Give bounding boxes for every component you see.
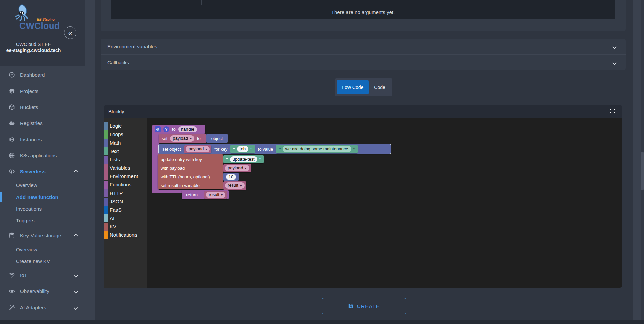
create-button[interactable]: CREATE [322,298,406,314]
category-color-chip [104,164,108,172]
category-color-chip [104,206,108,214]
open-quote-icon: “ [233,147,235,152]
category-color-chip [104,147,108,155]
block-label: return [186,192,198,197]
category-notifications[interactable]: Notifications [104,231,147,239]
category-math[interactable]: Math [104,139,147,147]
blockly-body: Logic Loops Math Text Lists Variables En… [104,118,622,288]
block-label: with payload [161,164,223,172]
sidebar-subitem-kv-overview[interactable]: Overview [0,244,85,255]
editor-mode-toggle: Low Code Code [335,78,392,96]
category-color-chip [104,172,108,180]
sidebar-item-dashboard[interactable]: Dashboard [0,67,85,83]
sidebar-item-instances[interactable]: Instances [0,131,85,147]
sidebar-subitem-invocations[interactable]: Invocations [0,203,85,215]
vertical-scrollbar [641,0,644,324]
sidebar-item-observability[interactable]: Observability [0,283,85,299]
horizontal-scrollbar[interactable] [0,320,644,324]
help-icon[interactable]: ? [163,126,169,132]
block-variable-payload[interactable]: payload [223,164,251,172]
sidebar-item-label: K8s applications [20,153,57,158]
sidebar-item-registries[interactable]: Registries [0,115,85,131]
sidebar-subitem-serverless-overview[interactable]: Overview [0,179,85,191]
block-text-string-key[interactable]: “ job ” [230,145,255,153]
category-environment[interactable]: Environment [104,172,147,180]
variable-dropdown[interactable]: result [225,182,245,189]
low-code-tab[interactable]: Low Code [337,80,369,94]
block-label: object [211,136,223,141]
sidebar-item-projects[interactable]: Projects [0,83,85,99]
wifi-icon [8,271,15,279]
variable-dropdown[interactable]: payload [225,165,249,171]
block-function-return[interactable]: return result [182,190,229,199]
variable-dropdown[interactable]: payload [170,135,194,142]
block-label: update entry with key [161,155,223,164]
variable-dropdown[interactable]: payload [186,146,210,152]
block-set-variable[interactable]: set payload to [159,134,206,143]
sidebar-item-label: IoT [20,272,28,278]
sidebar-subitem-add-new-function[interactable]: Add new function [0,191,85,203]
category-color-chip [104,231,108,239]
fullscreen-button[interactable] [609,108,616,115]
block-set-object-key[interactable]: set object payload for key “ job ” to va… [159,144,391,154]
function-name-field[interactable]: handle [178,126,197,132]
helm-wheel-icon [8,152,15,159]
variable-dropdown[interactable]: result [206,192,225,198]
sidebar-item-serverless[interactable]: Serverless [0,163,85,179]
sidebar-subitem-create-new-kv[interactable]: Create new KV [0,255,85,267]
sidebar-item-label: AI Adapters [20,305,46,310]
category-kv[interactable]: KV [104,222,147,231]
block-label: set result in variable [161,181,223,190]
category-text[interactable]: Text [104,147,147,155]
block-variable-result[interactable]: result [204,191,227,199]
arguments-card: There are no arguments yet. [101,0,626,31]
sidebar-item-ai-adapters[interactable]: AI Adapters [0,299,85,315]
number-field[interactable]: 10 [226,174,236,180]
category-logic[interactable]: Logic [104,122,147,130]
block-number-ttl[interactable]: 10 [223,173,239,181]
block-function-definition[interactable]: ⚙ ? to handle [152,125,205,134]
category-json[interactable]: JSON [104,197,147,206]
sidebar-item-iot[interactable]: IoT [0,267,85,283]
code-tab[interactable]: Code [369,80,390,94]
gauge-icon [8,71,15,78]
accordion-card: Environment variables Callbacks [101,39,626,70]
sidebar-subitem-triggers[interactable]: Triggers [0,215,85,226]
text-field[interactable]: job [237,146,248,152]
category-faas[interactable]: FaaS [104,206,147,214]
accordion-callbacks[interactable]: Callbacks [101,54,626,70]
main-content: There are no arguments yet. Environment … [95,0,633,324]
text-field[interactable]: we are doing some maintenance [283,146,351,152]
function-block-bottom-bar [152,190,183,193]
category-lists[interactable]: Lists [104,155,147,164]
category-http[interactable]: HTTP [104,189,147,197]
tenant-domain: ee-staging.cwcloud.tech [0,48,67,53]
blockly-workspace[interactable]: ⚙ ? to handle set payload to object s [147,118,622,288]
tenant-name: CWCloud ST EE [0,42,67,47]
category-ai[interactable]: AI [104,214,147,222]
database-icon [8,232,15,239]
category-variables[interactable]: Variables [104,164,147,172]
block-text-string-value[interactable]: “ we are doing some maintenance ” [276,145,358,153]
chevron-down-icon [74,272,77,278]
block-variable-result[interactable]: result [223,181,246,190]
text-field[interactable]: update-test [230,156,257,162]
sidebar-item-buckets[interactable]: Buckets [0,99,85,115]
block-label: to [172,127,176,132]
vertical-scrollbar-thumb[interactable] [641,152,644,190]
category-functions[interactable]: Functions [104,180,147,189]
block-variable-payload[interactable]: payload [184,145,212,153]
gear-icon[interactable]: ⚙ [155,126,161,132]
accordion-environment-variables[interactable]: Environment variables [101,39,626,54]
sidebar-item-key-value-storage[interactable]: Key-Value storage [0,227,85,244]
block-kv-update-entry[interactable]: update entry with key with payload with … [158,154,223,189]
serverless-submenu: Overview Add new function Invocations Tr… [0,179,85,226]
create-button-wrap: CREATE [95,298,633,314]
category-loops[interactable]: Loops [104,130,147,139]
collapse-sidebar-button[interactable] [64,26,76,39]
block-create-object[interactable]: object [206,134,228,143]
kv-storage-group: Key-Value storage Overview Create new KV [0,227,85,267]
sidebar-item-label: Serverless [20,169,46,174]
block-text-string-update-key[interactable]: “ update-test ” [223,155,264,163]
sidebar-item-k8s-applications[interactable]: K8s applications [0,147,85,163]
